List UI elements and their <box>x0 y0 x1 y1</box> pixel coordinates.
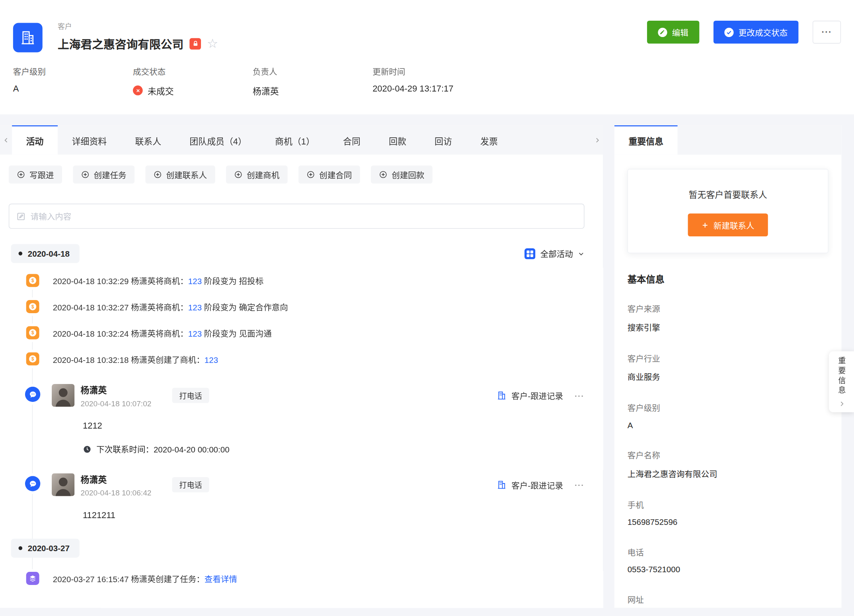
tab-invoices[interactable]: 发票 <box>466 125 512 155</box>
pencil-square-icon <box>16 212 25 221</box>
building-icon <box>497 390 507 400</box>
record-more-button[interactable]: ··· <box>575 391 585 400</box>
tab-important-info[interactable]: 重要信息 <box>614 125 678 155</box>
tab-contracts[interactable]: 合同 <box>329 125 374 155</box>
customer-header: 客户 上海君之惠咨询有限公司 ☆ 编辑 <box>0 0 854 114</box>
followup-author: 杨潇英 <box>81 472 172 485</box>
not-closed-x-icon <box>133 86 143 96</box>
plus-circle-icon <box>81 170 90 179</box>
date-group-badge: 2020-04-18 <box>11 244 79 263</box>
create-contact-button[interactable]: 创建联系人 <box>145 166 215 183</box>
activity-content: 写跟进 创建任务 创建联系人 创建商机 <box>0 155 603 608</box>
svg-text:$: $ <box>31 278 34 283</box>
tab-opportunities[interactable]: 商机（1） <box>261 125 329 155</box>
tabs-scroll-left-icon[interactable] <box>0 125 12 155</box>
next-contact-text: 下次联系时间：2020-04-20 00:00:00 <box>96 443 229 455</box>
website-field: 网址 www.5kcrm.com <box>628 594 829 608</box>
date-group-badge: 2020-03-27 <box>11 539 79 558</box>
timeline-event: 2020-03-27 16:15:47 杨潇英创建了任务：查看详情 <box>9 572 585 585</box>
no-primary-contact-text: 暂无客户首要联系人 <box>628 187 828 201</box>
field-label: 电话 <box>628 546 829 558</box>
opportunity-link[interactable]: 123 <box>188 277 202 286</box>
field-label: 客户来源 <box>628 303 829 314</box>
change-deal-status-button[interactable]: 更改成交状态 <box>714 21 799 43</box>
field-label: 客户名称 <box>628 449 829 461</box>
timeline-header-row: 2020-04-18 全部活动 <box>9 244 585 263</box>
change-deal-status-label: 更改成交状态 <box>739 26 788 38</box>
tabs-spacer <box>512 125 591 155</box>
customer-level-field: 客户级别 A <box>628 402 829 430</box>
action-label: 创建回款 <box>392 169 424 180</box>
task-detail-link[interactable]: 查看详情 <box>205 574 237 583</box>
action-label: 创建联系人 <box>166 169 207 180</box>
field-label: 客户级别 <box>628 402 829 413</box>
opportunity-link[interactable]: 123 <box>188 302 202 312</box>
action-label: 创建商机 <box>247 169 279 180</box>
write-followup-button[interactable]: 写跟进 <box>9 166 62 183</box>
new-contact-label: 新建联系人 <box>714 219 755 231</box>
action-label: 创建合同 <box>319 169 352 180</box>
star-icon[interactable]: ☆ <box>207 37 218 50</box>
event-text: 2020-04-18 10:32:29 杨潇英将商机：123 阶段变为 招投标 <box>53 275 263 286</box>
deal-status-text: 未成交 <box>148 84 174 97</box>
create-payment-button[interactable]: 创建回款 <box>371 166 433 183</box>
record-type-label: 客户-跟进记录 <box>511 479 563 491</box>
tab-details[interactable]: 详细资料 <box>58 125 121 155</box>
new-contact-button[interactable]: 新建联系人 <box>688 213 768 236</box>
activity-filter-label: 全部活动 <box>540 248 573 259</box>
tab-revisits[interactable]: 回访 <box>420 125 466 155</box>
edit-button[interactable]: 编辑 <box>647 21 699 43</box>
deal-status-field: 成交状态 未成交 <box>133 65 253 97</box>
owner-field: 负责人 杨潇英 <box>253 65 372 97</box>
check-circle-icon <box>724 27 733 37</box>
field-label: 客户行业 <box>628 352 829 364</box>
next-contact-row: 下次联系时间：2020-04-20 00:00:00 <box>83 443 585 455</box>
tab-activity[interactable]: 活动 <box>12 125 58 155</box>
followup-input[interactable] <box>31 212 577 221</box>
svg-text:$: $ <box>31 356 34 362</box>
event-text: 2020-04-18 10:32:24 杨潇英将商机：123 阶段变为 见面沟通 <box>53 327 272 339</box>
create-opportunity-button[interactable]: 创建商机 <box>226 166 288 183</box>
activity-filter-dropdown[interactable]: 全部活动 <box>524 248 585 259</box>
create-task-button[interactable]: 创建任务 <box>73 166 135 183</box>
tabs-spacer <box>678 125 842 155</box>
plus-circle-icon <box>234 170 243 179</box>
entity-type-label: 客户 <box>58 21 218 31</box>
plus-icon <box>702 221 709 228</box>
opportunity-link[interactable]: 123 <box>188 329 202 338</box>
customer-level-field: 客户级别 A <box>13 65 133 97</box>
tab-team-members[interactable]: 团队成员（4） <box>175 125 261 155</box>
important-info-panel: 重要信息 暂无客户首要联系人 新建联系人 基本信息 客户来源 搜索引擎 <box>614 125 842 608</box>
main-area: 活动 详细资料 联系人 团队成员（4） 商机（1） 合同 回款 回访 发票 <box>0 125 854 608</box>
field-label: 网址 <box>628 594 829 605</box>
plus-circle-icon <box>154 170 162 179</box>
field-label: 负责人 <box>253 65 372 77</box>
chevron-down-icon <box>578 250 584 257</box>
followup-content: 1121211 <box>83 510 585 520</box>
tab-contacts[interactable]: 联系人 <box>121 125 175 155</box>
followup-composer[interactable] <box>9 204 585 229</box>
activity-panel: 活动 详细资料 联系人 团队成员（4） 商机（1） 合同 回款 回访 发票 <box>0 125 603 608</box>
svg-text:$: $ <box>31 304 34 310</box>
tab-payments[interactable]: 回款 <box>374 125 420 155</box>
field-value: 0553-7521000 <box>628 565 829 574</box>
important-info-side-tab[interactable]: 重要信息 <box>829 351 854 412</box>
record-more-button[interactable]: ··· <box>575 480 585 489</box>
header-more-button[interactable]: ··· <box>813 21 841 43</box>
tabs-scroll-right-icon[interactable] <box>591 125 603 155</box>
clock-icon <box>83 444 92 453</box>
field-label: 成交状态 <box>133 65 253 77</box>
opportunity-link[interactable]: 123 <box>205 355 218 364</box>
avatar <box>52 384 74 407</box>
followup-time: 2020-04-18 10:07:02 <box>81 399 172 408</box>
field-value: 15698752596 <box>628 517 829 526</box>
chat-bubble-icon <box>25 476 40 491</box>
field-value: 商业服务 <box>628 371 829 382</box>
task-layers-icon <box>26 572 39 585</box>
field-value: 搜索引擎 <box>628 321 829 333</box>
create-contract-button[interactable]: 创建合同 <box>298 166 360 183</box>
phone-field: 电话 0553-7521000 <box>628 546 829 574</box>
date-group-label: 2020-03-27 <box>28 544 70 553</box>
quick-actions: 写跟进 创建任务 创建联系人 创建商机 <box>9 166 585 183</box>
followup-method-tag: 打电话 <box>172 388 209 403</box>
